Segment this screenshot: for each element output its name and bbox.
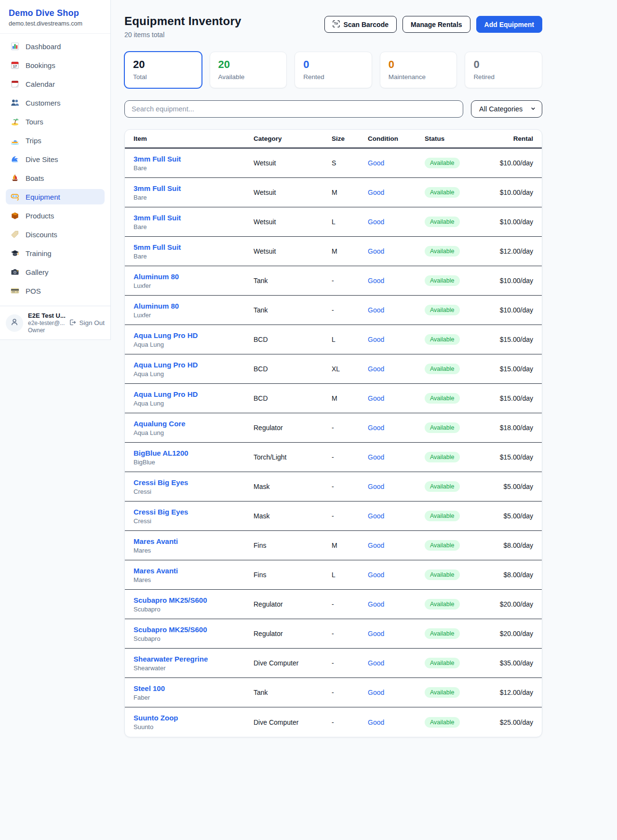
cell-rental: $18.00/day: [498, 424, 533, 432]
cell-size: L: [332, 571, 368, 579]
cell-item: 5mm Full Suit Bare: [134, 243, 254, 260]
stat-card-maintenance[interactable]: 0 Maintenance: [380, 52, 457, 88]
sidebar-item-dive-sites[interactable]: Dive Sites: [6, 151, 105, 167]
item-name-link[interactable]: Aqua Lung Pro HD: [134, 361, 198, 369]
sidebar-item-discounts[interactable]: Discounts: [6, 227, 105, 242]
scan-barcode-button[interactable]: Scan Barcode: [324, 16, 397, 33]
sidebar-item-pos[interactable]: POS: [6, 283, 105, 298]
item-brand: Shearwater: [134, 664, 254, 672]
cell-status: Available: [425, 187, 498, 198]
search-input[interactable]: [124, 100, 463, 118]
sign-out-label: Sign Out: [79, 319, 105, 326]
table-row: BigBlue AL1200 BigBlue Torch/Light - Goo…: [125, 443, 542, 472]
cell-rental: $10.00/day: [498, 277, 533, 285]
cell-status: Available: [425, 569, 498, 580]
stat-card-retired[interactable]: 0 Retired: [465, 52, 542, 88]
item-brand: Bare: [134, 253, 254, 260]
sidebar-item-customers[interactable]: Customers: [6, 95, 105, 110]
sidebar-item-training[interactable]: Training: [6, 245, 105, 261]
cell-item: Aqua Lung Pro HD Aqua Lung: [134, 331, 254, 348]
cell-item: Steel 100 Faber: [134, 684, 254, 701]
sidebar-item-dashboard[interactable]: Dashboard: [6, 39, 105, 54]
sidebar-item-equipment[interactable]: Equipment: [6, 189, 105, 204]
item-name-link[interactable]: 5mm Full Suit: [134, 243, 181, 251]
cell-status: Available: [425, 717, 498, 728]
item-name-link[interactable]: Aqualung Core: [134, 420, 186, 428]
item-name-link[interactable]: Aqua Lung Pro HD: [134, 331, 198, 339]
avatar: [6, 314, 23, 332]
brand-header: Demo Dive Shop demo.test.divestreams.com: [0, 0, 110, 34]
cell-condition: Good: [368, 542, 425, 549]
table-row: Shearwater Peregrine Shearwater Dive Com…: [125, 649, 542, 678]
sidebar-item-gallery[interactable]: Gallery: [6, 264, 105, 280]
cell-item: Cressi Big Eyes Cressi: [134, 478, 254, 495]
item-name-link[interactable]: Cressi Big Eyes: [134, 478, 188, 487]
stat-card-rented[interactable]: 0 Rented: [295, 52, 372, 88]
sidebar-item-products[interactable]: Products: [6, 208, 105, 223]
sidebar-item-boats[interactable]: Boats: [6, 170, 105, 186]
item-brand: Aqua Lung: [134, 370, 254, 378]
item-name-link[interactable]: Scubapro MK25/S600: [134, 596, 207, 604]
cell-category: Torch/Light: [254, 453, 332, 461]
item-name-link[interactable]: Mares Avanti: [134, 537, 178, 545]
item-brand: Bare: [134, 194, 254, 201]
item-name-link[interactable]: 3mm Full Suit: [134, 184, 181, 192]
status-badge: Available: [425, 393, 460, 404]
table-row: Aqua Lung Pro HD Aqua Lung BCD XL Good A…: [125, 354, 542, 384]
item-brand: Aqua Lung: [134, 400, 254, 407]
sign-out-button[interactable]: Sign Out: [69, 319, 105, 327]
cell-status: Available: [425, 158, 498, 168]
item-name-link[interactable]: Scubapro MK25/S600: [134, 625, 207, 634]
item-name-link[interactable]: Aluminum 80: [134, 272, 179, 281]
table-header-row: ItemCategorySizeConditionStatusRental: [125, 130, 542, 149]
cell-status: Available: [425, 217, 498, 227]
cell-size: -: [332, 689, 368, 696]
cell-status: Available: [425, 305, 498, 315]
sidebar-item-tours[interactable]: Tours: [6, 114, 105, 129]
cell-condition: Good: [368, 659, 425, 667]
person-icon: [10, 318, 19, 328]
add-equipment-button[interactable]: Add Equipment: [476, 16, 542, 33]
cell-category: Wetsuit: [254, 159, 332, 167]
item-name-link[interactable]: BigBlue AL1200: [134, 449, 188, 457]
stat-value: 0: [303, 58, 363, 71]
status-badge: Available: [425, 334, 460, 345]
camera-icon: [11, 268, 19, 276]
cell-condition: Good: [368, 424, 425, 432]
cell-category: BCD: [254, 336, 332, 343]
app-root: Demo Dive Shop demo.test.divestreams.com…: [0, 0, 617, 840]
sidebar-item-trips[interactable]: Trips: [6, 133, 105, 148]
item-name-link[interactable]: Cressi Big Eyes: [134, 508, 188, 516]
cell-category: Wetsuit: [254, 189, 332, 196]
item-name-link[interactable]: Aluminum 80: [134, 302, 179, 310]
item-name-link[interactable]: 3mm Full Suit: [134, 214, 181, 222]
stat-card-total[interactable]: 20 Total: [124, 52, 202, 88]
status-badge: Available: [425, 305, 460, 315]
cell-status: Available: [425, 246, 498, 257]
stat-value: 0: [389, 58, 449, 71]
item-name-link[interactable]: Mares Avanti: [134, 567, 178, 575]
cell-status: Available: [425, 422, 498, 433]
items-total-count: 20 items total: [124, 31, 241, 39]
sidebar-item-calendar[interactable]: Calendar: [6, 76, 105, 92]
category-select-value: All Categories: [479, 105, 523, 113]
cell-size: -: [332, 277, 368, 285]
item-name-link[interactable]: Shearwater Peregrine: [134, 655, 208, 663]
sidebar-item-bookings[interactable]: 17 Bookings: [6, 57, 105, 73]
item-name-link[interactable]: Aqua Lung Pro HD: [134, 390, 198, 398]
manage-rentals-button[interactable]: Manage Rentals: [402, 16, 470, 33]
stats-row: 20 Total 20 Available 0 Rented 0 Mainten…: [124, 52, 542, 88]
cell-status: Available: [425, 599, 498, 610]
cell-status: Available: [425, 334, 498, 345]
stat-card-available[interactable]: 20 Available: [210, 52, 287, 88]
cell-category: Regulator: [254, 630, 332, 637]
cell-category: Wetsuit: [254, 218, 332, 226]
item-name-link[interactable]: Steel 100: [134, 684, 165, 692]
stat-label: Rented: [303, 73, 363, 81]
cell-condition: Good: [368, 571, 425, 579]
cell-rental: $15.00/day: [498, 453, 533, 461]
item-name-link[interactable]: 3mm Full Suit: [134, 155, 181, 163]
item-name-link[interactable]: Suunto Zoop: [134, 714, 178, 722]
category-select[interactable]: All Categories: [471, 100, 542, 118]
cell-rental: $12.00/day: [498, 689, 533, 696]
